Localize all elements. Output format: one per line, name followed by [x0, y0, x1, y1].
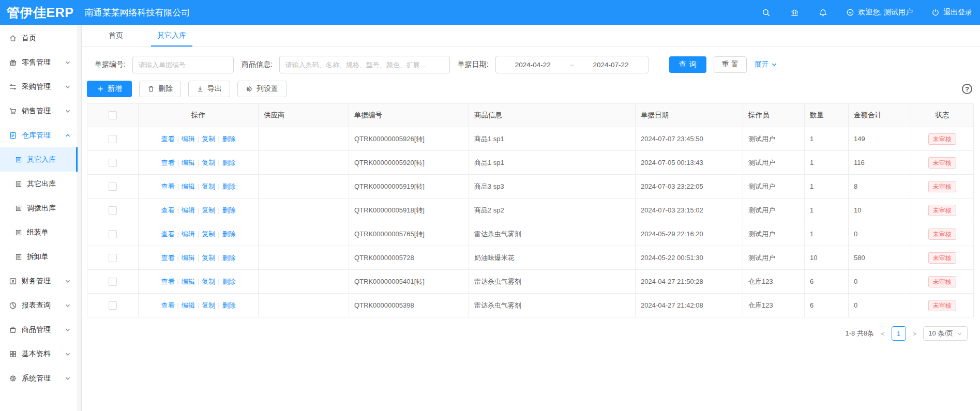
delete-button[interactable]: 删除 — [139, 81, 181, 97]
row-action-delete[interactable]: 删除 — [222, 278, 236, 285]
row-action-edit[interactable]: 编辑 — [182, 278, 195, 285]
next-page-button[interactable]: > — [912, 330, 918, 338]
sidebar-item-retail[interactable]: 零售管理 — [0, 50, 78, 74]
column-settings-button[interactable]: 列设置 — [237, 81, 287, 97]
sidebar-item-transfer-out[interactable]: 调拨出库 — [0, 196, 78, 220]
row-checkbox[interactable] — [109, 182, 117, 191]
row-action-delete[interactable]: 删除 — [222, 159, 236, 166]
current-page-button[interactable]: 1 — [892, 326, 906, 341]
row-checkbox[interactable] — [109, 278, 117, 286]
bank-icon[interactable] — [790, 8, 799, 17]
tab-home[interactable]: 首页 — [102, 25, 129, 47]
action-separator: | — [177, 159, 178, 166]
status-badge: 未审核 — [928, 205, 956, 216]
expand-link[interactable]: 展开 — [755, 60, 777, 69]
row-action-copy[interactable]: 复制 — [202, 278, 215, 285]
row-action-edit[interactable]: 编辑 — [182, 182, 195, 190]
cell-status: 未审核 — [911, 246, 974, 270]
search-icon[interactable] — [762, 8, 771, 17]
sidebar-item-assembly[interactable]: 组装单 — [0, 220, 78, 245]
cell-date: 2024-04-27 21:42:08 — [636, 294, 743, 317]
logout-button[interactable]: 退出登录 — [931, 8, 972, 17]
row-action-edit[interactable]: 编辑 — [182, 254, 195, 262]
sidebar-splitter[interactable] — [78, 25, 82, 411]
row-action-edit[interactable]: 编辑 — [182, 206, 195, 214]
sidebar-item-warehouse[interactable]: 仓库管理 — [0, 123, 78, 147]
row-action-delete[interactable]: 删除 — [222, 254, 236, 262]
money-icon — [9, 277, 17, 285]
row-action-delete[interactable]: 删除 — [222, 182, 236, 190]
sidebar-item-finance[interactable]: 财务管理 — [0, 269, 78, 293]
date-from-value[interactable]: 2024-04-22 — [515, 61, 551, 69]
sidebar-item-other-in[interactable]: 其它入库 — [0, 147, 78, 172]
sidebar-item-system[interactable]: 系统管理 — [0, 366, 78, 390]
row-action-copy[interactable]: 复制 — [202, 254, 215, 262]
cell-operator: 测试用户 — [743, 246, 805, 270]
sidebar-item-label: 零售管理 — [22, 58, 51, 67]
row-action-copy[interactable]: 复制 — [202, 159, 215, 166]
search-button[interactable]: 查询 — [669, 56, 706, 73]
row-action-delete[interactable]: 删除 — [222, 230, 236, 238]
row-action-view[interactable]: 查看 — [161, 254, 174, 262]
cell-amount: 0 — [849, 222, 911, 246]
row-action-copy[interactable]: 复制 — [202, 230, 215, 238]
cell-select — [87, 294, 139, 317]
sidebar-item-disassembly[interactable]: 拆卸单 — [0, 245, 78, 269]
row-checkbox[interactable] — [109, 159, 117, 167]
topbar-right: 欢迎您, 测试用户 退出登录 — [742, 8, 980, 17]
row-action-view[interactable]: 查看 — [161, 301, 174, 309]
sidebar-item-other-out[interactable]: 其它出库 — [0, 172, 78, 196]
row-action-view[interactable]: 查看 — [161, 206, 174, 214]
select-all-checkbox[interactable] — [109, 111, 117, 119]
sidebar-item-home[interactable]: 首页 — [0, 26, 78, 50]
date-to-value[interactable]: 2024-07-22 — [593, 61, 629, 69]
sidebar-item-sales[interactable]: 销售管理 — [0, 99, 78, 123]
cell-amount: 10 — [849, 199, 911, 222]
row-action-copy[interactable]: 复制 — [202, 206, 215, 214]
row-action-delete[interactable]: 删除 — [222, 301, 236, 309]
row-checkbox[interactable] — [109, 135, 117, 143]
row-checkbox[interactable] — [109, 301, 117, 310]
user-menu[interactable]: 欢迎您, 测试用户 — [846, 8, 913, 17]
add-button[interactable]: 新增 — [87, 81, 132, 97]
row-action-delete[interactable]: 删除 — [222, 135, 236, 143]
action-separator: | — [218, 254, 219, 262]
status-badge: 未审核 — [928, 157, 956, 169]
cell-bill-no: QTRK00000005918[转] — [349, 199, 469, 222]
reset-button[interactable]: 重置 — [714, 56, 747, 73]
export-button[interactable]: 导出 — [188, 81, 230, 97]
row-checkbox[interactable] — [109, 254, 117, 262]
row-action-edit[interactable]: 编辑 — [182, 135, 195, 143]
row-action-view[interactable]: 查看 — [161, 182, 174, 190]
page-size-select[interactable]: 10 条/页 — [923, 326, 968, 341]
bell-icon[interactable] — [819, 8, 827, 17]
row-action-copy[interactable]: 复制 — [202, 301, 215, 309]
table-row: 查看|编辑|复制|删除QTRK00000005398雷达杀虫气雾剂2024-04… — [87, 294, 974, 317]
sidebar-item-report[interactable]: 报表查询 — [0, 293, 78, 317]
row-action-edit[interactable]: 编辑 — [182, 301, 195, 309]
row-checkbox[interactable] — [109, 206, 117, 215]
row-action-delete[interactable]: 删除 — [222, 206, 236, 214]
row-action-view[interactable]: 查看 — [161, 278, 174, 285]
help-icon[interactable]: ? — [962, 84, 972, 94]
product-info-input[interactable] — [279, 56, 450, 73]
prev-page-button[interactable]: < — [880, 330, 886, 338]
date-range-picker[interactable]: 2024-04-22 ~ 2024-07-22 — [495, 56, 649, 73]
row-action-copy[interactable]: 复制 — [202, 182, 215, 190]
sidebar-item-basic[interactable]: 基本资料 — [0, 342, 78, 366]
cell-qty: 10 — [805, 246, 849, 270]
bill-no-input[interactable] — [132, 56, 234, 73]
chevron-down-icon — [65, 108, 71, 114]
row-checkbox[interactable] — [109, 230, 117, 238]
cell-amount: 116 — [849, 151, 911, 175]
row-action-copy[interactable]: 复制 — [202, 135, 215, 143]
row-action-view[interactable]: 查看 — [161, 135, 174, 143]
row-action-edit[interactable]: 编辑 — [182, 230, 195, 238]
row-action-view[interactable]: 查看 — [161, 159, 174, 166]
sidebar-item-purchase[interactable]: 采购管理 — [0, 74, 78, 99]
sidebar-item-label: 系统管理 — [22, 374, 51, 383]
sidebar-item-goods[interactable]: 商品管理 — [0, 317, 78, 342]
row-action-edit[interactable]: 编辑 — [182, 159, 195, 166]
row-action-view[interactable]: 查看 — [161, 230, 174, 238]
tab-other-in[interactable]: 其它入库 — [151, 25, 192, 47]
